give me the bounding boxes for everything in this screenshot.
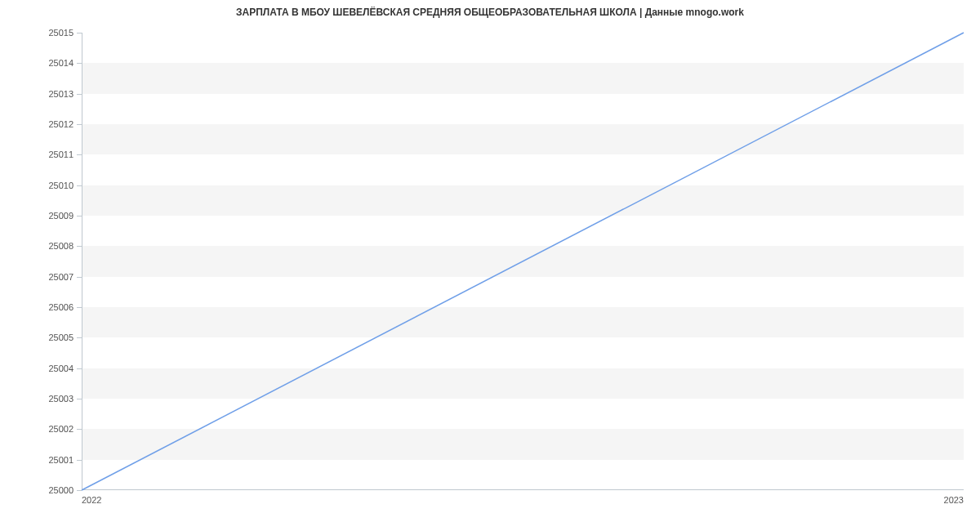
x-tick-label: 2023 <box>944 495 964 505</box>
y-tick-label: 25008 <box>48 241 74 251</box>
y-tick-label: 25010 <box>48 181 74 190</box>
y-tick <box>77 94 82 95</box>
y-tick-label: 25006 <box>48 302 74 312</box>
y-tick-label: 25012 <box>48 119 74 129</box>
y-tick-label: 25003 <box>48 394 74 404</box>
y-tick <box>77 490 82 491</box>
y-tick-label: 25013 <box>48 89 74 99</box>
plot-area: 2500025001250022500325004250052500625007… <box>82 33 964 490</box>
y-tick <box>77 246 82 247</box>
series-line <box>82 33 964 490</box>
y-tick <box>77 399 82 399</box>
chart-title: ЗАРПЛАТА В МБОУ ШЕВЕЛЁВСКАЯ СРЕДНЯЯ ОБЩЕ… <box>0 7 980 18</box>
line-chart: ЗАРПЛАТА В МБОУ ШЕВЕЛЁВСКАЯ СРЕДНЯЯ ОБЩЕ… <box>0 0 980 531</box>
y-tick <box>77 277 82 278</box>
y-tick <box>77 63 82 64</box>
y-tick <box>77 368 82 369</box>
y-tick <box>77 460 82 461</box>
data-line <box>82 33 964 490</box>
x-tick-label: 2022 <box>82 495 101 505</box>
y-tick <box>77 337 82 338</box>
y-tick <box>77 124 82 125</box>
y-tick <box>77 429 82 430</box>
y-tick <box>77 154 82 155</box>
y-tick <box>77 33 82 33</box>
y-tick-label: 25009 <box>48 211 74 221</box>
y-tick-label: 25007 <box>48 272 74 282</box>
y-tick-label: 25015 <box>48 28 74 38</box>
y-tick-label: 25005 <box>48 332 74 342</box>
y-tick-label: 25014 <box>48 58 74 68</box>
y-tick-label: 25002 <box>48 424 74 434</box>
y-tick <box>77 216 82 216</box>
y-tick-label: 25001 <box>48 455 74 465</box>
y-tick-label: 25000 <box>48 485 74 495</box>
y-tick <box>77 185 82 186</box>
y-tick <box>77 307 82 308</box>
y-tick-label: 25004 <box>48 364 74 373</box>
y-tick-label: 25011 <box>48 149 74 159</box>
